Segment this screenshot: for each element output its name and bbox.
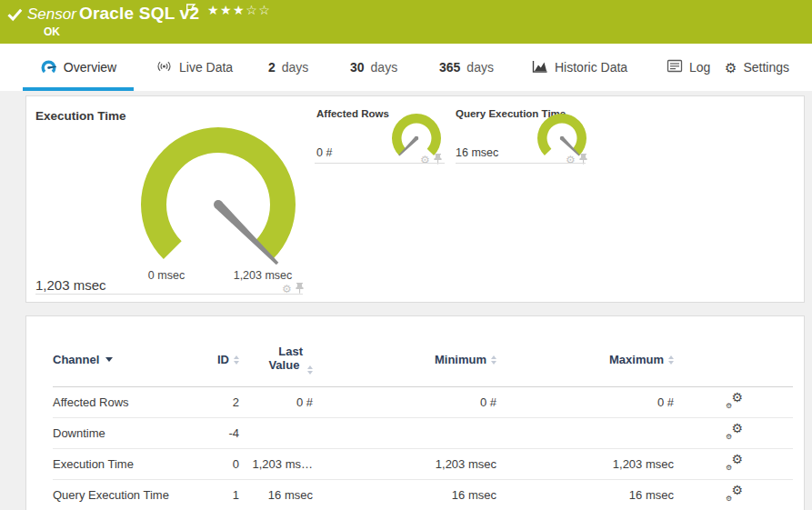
channel-settings-icon[interactable]: ⚙⚙ xyxy=(726,425,743,440)
gear-icon: ⚙ xyxy=(731,453,743,465)
minimum-cell: 1,203 msec xyxy=(313,457,496,471)
gear-icon[interactable]: ⚙ xyxy=(420,155,430,165)
maximum-cell: 0 # xyxy=(496,395,674,409)
table-row[interactable]: Query Execution Time116 msec16 msec16 ms… xyxy=(53,480,793,510)
channel-settings-icon[interactable]: ⚙⚙ xyxy=(726,394,743,409)
status-badge: OK xyxy=(44,25,60,38)
last-value-cell: 1,203 ms… xyxy=(239,457,313,471)
table-row[interactable]: Affected Rows20 #0 #0 #⚙⚙ xyxy=(53,387,793,418)
last-value-cell: 16 msec xyxy=(239,488,313,502)
column-header-minimum[interactable]: Minimum xyxy=(313,353,496,366)
sort-arrows-icon xyxy=(668,355,674,365)
table-row[interactable]: Execution Time01,203 ms…1,203 msec1,203 … xyxy=(53,449,793,480)
log-icon xyxy=(667,59,683,75)
sensor-title: Oracle SQL v2 xyxy=(79,4,199,24)
execution-time-gauge xyxy=(136,125,300,274)
priority-flag-icon[interactable] xyxy=(185,4,196,20)
channel-settings-icon[interactable]: ⚙⚙ xyxy=(726,455,743,471)
table-body: Affected Rows20 #0 #0 #⚙⚙Downtime-4⚙⚙Exe… xyxy=(53,387,793,510)
tab-number: 365 xyxy=(439,60,460,75)
column-header-id[interactable]: ID xyxy=(208,353,239,366)
column-header-channel[interactable]: Channel xyxy=(53,353,208,366)
broadcast-icon xyxy=(155,59,173,76)
sort-arrows-icon xyxy=(307,365,313,375)
divider xyxy=(456,163,586,164)
tab-label: Historic Data xyxy=(555,60,627,75)
gear-icon: ⚙ xyxy=(731,391,743,404)
gauge-corner-actions: ⚙ xyxy=(566,152,587,168)
divider xyxy=(315,163,445,164)
gear-icon: ⚙ xyxy=(726,465,732,472)
id-cell: 2 xyxy=(208,395,239,409)
minimum-cell: 0 # xyxy=(313,395,496,409)
table-row[interactable]: Downtime-4⚙⚙ xyxy=(53,418,793,449)
gauge-value: 16 msec xyxy=(456,146,498,159)
gear-icon: ⚙ xyxy=(726,434,732,441)
channel-settings-icon[interactable]: ⚙⚙ xyxy=(726,486,743,502)
gauge-icon xyxy=(40,60,57,75)
minimum-cell: 16 msec xyxy=(313,488,496,502)
check-icon xyxy=(7,8,23,25)
channel-name-cell: Downtime xyxy=(53,426,208,440)
tab-label: days xyxy=(466,60,494,75)
gauge-title: Affected Rows xyxy=(316,108,389,119)
tab-30-days[interactable]: 30 days xyxy=(350,44,397,91)
gauge-value: 1,203 msec xyxy=(35,277,106,293)
tab-label: Log xyxy=(689,60,710,75)
gauge-max-label: 1,203 msec xyxy=(217,269,308,282)
tab-label: days xyxy=(282,60,309,75)
tab-label: Live Data xyxy=(179,60,233,75)
pin-icon[interactable] xyxy=(434,152,442,168)
gauges-panel: Execution Time 0 msec 1,203 msec 1,203 m… xyxy=(25,95,805,303)
maximum-cell: 16 msec xyxy=(496,488,674,502)
gauge-title: Execution Time xyxy=(35,109,126,123)
gauge-corner-actions: ⚙ xyxy=(420,152,442,168)
channel-name-cell: Query Execution Time xyxy=(53,488,208,502)
tab-historic-data[interactable]: Historic Data xyxy=(532,44,627,91)
gear-icon: ⚙ xyxy=(726,403,732,410)
id-cell: 1 xyxy=(208,488,239,502)
channels-table-panel: Channel ID Last Value Minimum M xyxy=(25,315,805,510)
gear-icon: ⚙ xyxy=(726,495,732,503)
table-header-row: Channel ID Last Value Minimum M xyxy=(53,316,793,387)
gear-icon: ⚙ xyxy=(725,61,737,75)
id-cell: 0 xyxy=(208,457,239,471)
tab-log[interactable]: Log xyxy=(667,44,710,91)
pin-icon[interactable] xyxy=(579,152,587,168)
sensor-kind-label: Sensor xyxy=(27,5,76,24)
sensor-header: Sensor Oracle SQL v2 ★★★☆☆ OK xyxy=(0,0,812,44)
gauge-value: 0 # xyxy=(316,146,332,159)
tab-settings[interactable]: ⚙ Settings xyxy=(725,44,789,91)
tab-label: days xyxy=(371,60,398,75)
channel-name-cell: Affected Rows xyxy=(53,395,208,409)
id-cell: -4 xyxy=(208,426,239,440)
gear-icon: ⚙ xyxy=(731,422,743,435)
star-rating[interactable]: ★★★☆☆ xyxy=(207,3,271,17)
maximum-cell: 1,203 msec xyxy=(496,457,674,471)
prtg-sensor-page: Sensor Oracle SQL v2 ★★★☆☆ OK Overview L… xyxy=(0,0,812,510)
tab-number: 30 xyxy=(350,60,365,75)
tab-bar: Overview Live Data 2 days 30 days 365 da… xyxy=(0,44,812,91)
tab-live-data[interactable]: Live Data xyxy=(155,44,233,91)
tab-2-days[interactable]: 2 days xyxy=(268,44,308,91)
column-header-maximum[interactable]: Maximum xyxy=(496,353,674,366)
chart-icon xyxy=(532,59,548,76)
column-header-last-value[interactable]: Last Value xyxy=(239,345,313,375)
tab-label: Overview xyxy=(64,60,116,75)
divider xyxy=(35,294,303,295)
channel-name-cell: Execution Time xyxy=(53,457,208,471)
sort-caret-icon xyxy=(105,357,113,362)
last-value-cell: 0 # xyxy=(239,395,313,409)
tab-365-days[interactable]: 365 days xyxy=(439,44,494,91)
gauge-min-label: 0 msec xyxy=(121,269,212,282)
gear-icon[interactable]: ⚙ xyxy=(566,155,576,165)
tab-number: 2 xyxy=(268,60,276,75)
gauge-corner-actions: ⚙ xyxy=(282,281,304,297)
tab-overview[interactable]: Overview xyxy=(23,44,134,91)
pin-icon[interactable] xyxy=(296,281,304,297)
gear-icon: ⚙ xyxy=(731,484,743,496)
tab-label: Settings xyxy=(743,60,789,75)
